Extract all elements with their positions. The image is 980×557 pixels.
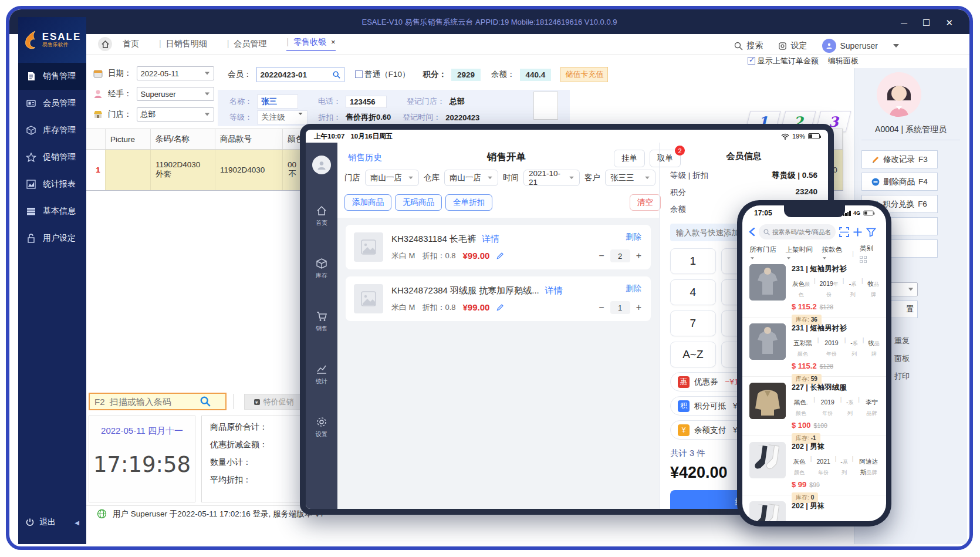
special-promo-button[interactable]: ¥ 特价促销 [244, 394, 303, 410]
qty-minus[interactable]: − [599, 302, 604, 313]
minus-circle-icon [871, 178, 880, 186]
member-level-value: 尊贵级 | 0.56 [772, 170, 817, 181]
phone-search-field[interactable] [759, 224, 836, 239]
add-product-button[interactable]: 添加商品 [344, 194, 391, 211]
tablet-store-select[interactable]: 南山一店 [365, 170, 419, 186]
product-card[interactable]: 227 | 长袖羽绒服 黑色.颜色| 2019年份| -系列| 李宁品牌 $ 1… [742, 377, 886, 436]
image-placeholder-icon [354, 284, 383, 313]
collapse-icon[interactable]: ◀ [75, 519, 79, 526]
sidebar-item-sales[interactable]: 销售管理 [18, 63, 86, 90]
scan-field[interactable] [89, 393, 227, 410]
sidebar-item-reports[interactable]: 统计报表 [18, 171, 86, 198]
tablet-time-select[interactable]: 2021-10-21 [523, 170, 580, 186]
edit-price-icon[interactable] [496, 252, 504, 259]
settings-button[interactable]: 设定 [778, 40, 807, 51]
tablet-nav-inventory[interactable]: 库存 [316, 258, 327, 280]
recharge-button[interactable]: 储值卡充值 [560, 67, 608, 82]
normal-checkbox[interactable]: 普通（F10） [355, 69, 410, 80]
delete-item-button[interactable]: 删除商品F4 [861, 173, 938, 191]
tablet-nav-stats[interactable]: 统计 [316, 363, 327, 386]
member-input[interactable]: 20220423-01 [256, 67, 344, 82]
product-card[interactable]: 202 | 男袜 [742, 495, 886, 521]
scan-input[interactable] [94, 397, 200, 407]
chevron-down-icon[interactable] [893, 44, 899, 48]
tablet-customer-select[interactable]: 张三三 [605, 170, 655, 186]
sidebar-exit[interactable]: 退出 ◀ [25, 517, 79, 528]
svg-text:¥: ¥ [255, 400, 258, 405]
sidebar-item-promotions[interactable]: 促销管理 [18, 144, 86, 171]
user-menu[interactable]: Superuser [822, 39, 878, 53]
tab-retail-cashier[interactable]: |零售收银× [286, 37, 335, 51]
home-icon[interactable] [98, 37, 112, 51]
row-style-cell: 11902D4030 [215, 150, 283, 190]
server-icon [25, 206, 37, 217]
detail-link[interactable]: 详情 [545, 285, 563, 295]
delete-item-link[interactable]: 删除 [626, 283, 641, 294]
coupon-badge-icon: 惠 [678, 376, 690, 388]
app-logo: ESALE易售乐软件 [18, 17, 86, 63]
qty-plus[interactable]: + [636, 302, 641, 313]
back-chevron-icon[interactable] [748, 227, 755, 237]
edit-price-icon[interactable] [496, 303, 504, 311]
tablet-nav-home[interactable]: 首页 [316, 205, 327, 227]
close-icon[interactable]: ✕ [945, 19, 953, 27]
power-icon [25, 518, 35, 527]
window-title: ESALE-V10 易售乐销售系统云台 APPID:19 Mobile:1812… [9, 17, 969, 28]
tablet-nav-settings[interactable]: 设置 [316, 416, 327, 438]
cart-item[interactable]: KH324872384 羽绒服 抗寒加厚鹅绒...详情 米白 M折扣：0.8¥9… [346, 276, 651, 321]
numpad-key[interactable]: 4 [670, 279, 716, 305]
qty-plus[interactable]: + [636, 251, 641, 261]
filter-icon[interactable] [866, 227, 876, 237]
sales-history-link[interactable]: 销售历史 [348, 152, 382, 163]
whole-order-discount-button[interactable]: 全单折扣 [445, 194, 492, 211]
plus-icon[interactable] [853, 227, 863, 237]
numpad-key[interactable]: 7 [670, 310, 716, 336]
clear-button[interactable]: 清空 [630, 194, 661, 211]
date-select[interactable]: 2022-05-11 [137, 66, 214, 80]
modify-record-button[interactable]: 修改记录F3 [861, 150, 938, 168]
phone-search-input[interactable] [772, 228, 831, 235]
detail-link[interactable]: 详情 [482, 234, 499, 244]
maximize-icon[interactable]: ☐ [922, 19, 930, 27]
member-level-select[interactable]: 关注级 [257, 110, 307, 124]
store-icon [93, 109, 103, 120]
product-card[interactable]: 231 | 短袖男衬衫 五彩黑颜色| 2019年份| -系列| 牧品牌 $ 11… [742, 318, 886, 377]
sidebar-item-basic-info[interactable]: 基本信息 [18, 198, 86, 225]
store-select[interactable]: 总部 [137, 107, 214, 121]
delete-item-link[interactable]: 删除 [626, 232, 641, 242]
sidebar-item-inventory[interactable]: 库存管理 [18, 117, 86, 144]
qty-minus[interactable]: − [599, 251, 604, 261]
numpad-key[interactable]: A~Z [670, 342, 716, 367]
edge-label-panel[interactable]: 面板 [894, 353, 910, 364]
nocode-product-button[interactable]: 无码商品 [395, 194, 442, 211]
search-button[interactable]: 搜索 [734, 40, 763, 51]
member-photo-box [533, 92, 558, 120]
numpad-key[interactable]: 1 [670, 248, 716, 274]
tablet-avatar[interactable] [312, 156, 331, 174]
product-card[interactable]: 231 | 短袖男衬衫 灰色颜色| 2019年份| -系列| 牧品牌 $ 115… [742, 258, 886, 318]
cart-item[interactable]: KH324831184 长毛裤详情 米白 M折扣：0.8¥99.00 删除 −2… [346, 225, 651, 269]
edit-panel-link[interactable]: 编辑面板 [828, 56, 859, 66]
window-controls: ─ ☐ ✕ [901, 19, 953, 27]
tab-member-mgmt[interactable]: |会员管理 [227, 39, 267, 49]
sidebar-item-members[interactable]: 会员管理 [18, 90, 86, 117]
edge-label-repeat[interactable]: 重复 [894, 336, 910, 346]
operator-select[interactable]: Superuser [137, 87, 214, 101]
product-card[interactable]: 202 | 男袜 灰色颜色| 2021年份| -系列| 阿迪达斯品牌 $ 99$… [742, 436, 886, 495]
hold-order-button[interactable]: 挂单 [614, 150, 645, 167]
scan-icon[interactable] [839, 227, 849, 237]
minimize-icon[interactable]: ─ [901, 19, 907, 27]
show-last-order-checkbox[interactable]: 显示上笔订单金额 [748, 56, 819, 66]
sidebar-item-user-settings[interactable]: 用户设定 [18, 225, 86, 252]
pencil-icon [871, 156, 880, 164]
tab-daily-sales[interactable]: |日销售明细 [159, 39, 207, 49]
tablet-warehouse-select[interactable]: 南山一店 [444, 170, 498, 186]
tab-home[interactable]: 首页 [123, 39, 139, 49]
tablet-nav-sales[interactable]: 销售 [316, 310, 327, 333]
member-name-box[interactable]: 张三 [257, 94, 298, 109]
tab-close-icon[interactable]: × [331, 38, 336, 46]
edge-label-print[interactable]: 打印 [894, 371, 910, 382]
calendar-icon [93, 68, 103, 79]
member-phone-box[interactable]: 123456 [346, 96, 387, 108]
qty-value: 2 [610, 249, 630, 262]
